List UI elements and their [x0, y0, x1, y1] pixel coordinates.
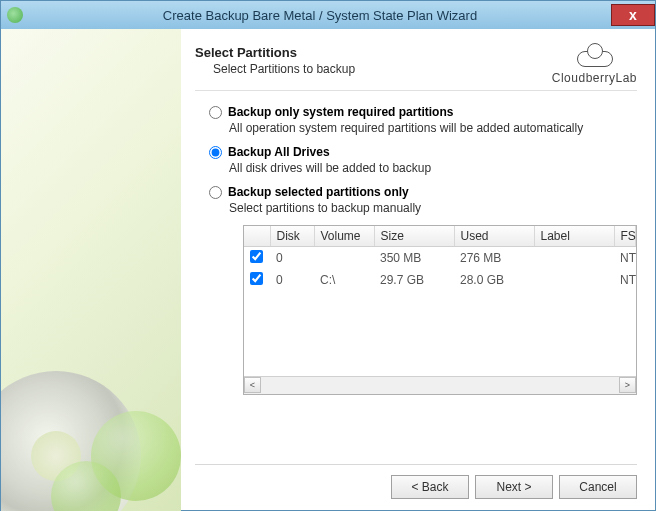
separator — [195, 90, 637, 91]
partitions-table-wrap: Disk Volume Size Used Label FS — [243, 225, 637, 395]
col-used[interactable]: Used — [454, 226, 534, 247]
option-selected-only: Backup selected partitions only Select p… — [209, 185, 637, 215]
footer-buttons: < Back Next > Cancel — [195, 464, 637, 499]
option-label: Backup All Drives — [228, 145, 330, 159]
brand: CloudberryLab — [552, 41, 637, 85]
page-header: Select Partitions Select Partitions to b… — [195, 41, 637, 76]
cell-label — [534, 247, 614, 270]
cancel-button[interactable]: Cancel — [559, 475, 637, 499]
brand-name: CloudberryLab — [552, 71, 637, 85]
cell-size: 29.7 GB — [374, 269, 454, 291]
close-button[interactable]: x — [611, 4, 655, 26]
titlebar: Create Backup Bare Metal / System State … — [1, 1, 655, 29]
option-row[interactable]: Backup All Drives — [209, 145, 637, 159]
col-fs[interactable]: FS — [614, 226, 636, 247]
table-row[interactable]: 0 C:\ 29.7 GB 28.0 GB NTFS — [244, 269, 636, 291]
row-checkbox[interactable] — [250, 272, 263, 285]
radio-all-drives[interactable] — [209, 146, 222, 159]
cell-disk: 0 — [270, 247, 314, 270]
wizard-window: Create Backup Bare Metal / System State … — [0, 0, 656, 511]
cloud-icon — [573, 41, 615, 69]
main-panel: Select Partitions Select Partitions to b… — [181, 29, 655, 511]
option-desc: All operation system required partitions… — [229, 121, 637, 135]
option-label: Backup selected partitions only — [228, 185, 409, 199]
option-row[interactable]: Backup selected partitions only — [209, 185, 637, 199]
table-row[interactable]: 0 350 MB 276 MB NTFS — [244, 247, 636, 270]
app-icon — [7, 7, 23, 23]
cell-fs: NTFS — [614, 247, 636, 270]
cell-used: 28.0 GB — [454, 269, 534, 291]
option-row[interactable]: Backup only system required partitions — [209, 105, 637, 119]
scroll-right-arrow[interactable]: > — [619, 377, 636, 393]
scroll-track[interactable] — [261, 377, 619, 394]
scroll-left-arrow[interactable]: < — [244, 377, 261, 393]
col-check[interactable] — [244, 226, 270, 247]
partitions-table: Disk Volume Size Used Label FS — [244, 226, 636, 291]
options-group: Backup only system required partitions A… — [209, 105, 637, 395]
back-button[interactable]: < Back — [391, 475, 469, 499]
cell-volume: C:\ — [314, 269, 374, 291]
window-title: Create Backup Bare Metal / System State … — [29, 8, 611, 23]
next-button[interactable]: Next > — [475, 475, 553, 499]
body: Select Partitions Select Partitions to b… — [1, 29, 655, 511]
col-size[interactable]: Size — [374, 226, 454, 247]
col-disk[interactable]: Disk — [270, 226, 314, 247]
row-checkbox[interactable] — [250, 250, 263, 263]
horizontal-scrollbar[interactable]: < > — [244, 376, 636, 394]
cell-volume — [314, 247, 374, 270]
cell-disk: 0 — [270, 269, 314, 291]
cell-label — [534, 269, 614, 291]
col-volume[interactable]: Volume — [314, 226, 374, 247]
cell-fs: NTFS — [614, 269, 636, 291]
option-desc: All disk drives will be added to backup — [229, 161, 637, 175]
cell-used: 276 MB — [454, 247, 534, 270]
sidebar-graphic — [1, 29, 181, 511]
radio-system-required[interactable] — [209, 106, 222, 119]
table-header-row: Disk Volume Size Used Label FS — [244, 226, 636, 247]
option-all-drives: Backup All Drives All disk drives will b… — [209, 145, 637, 175]
option-label: Backup only system required partitions — [228, 105, 453, 119]
option-system-required: Backup only system required partitions A… — [209, 105, 637, 135]
option-desc: Select partitions to backup manually — [229, 201, 637, 215]
cell-size: 350 MB — [374, 247, 454, 270]
col-label[interactable]: Label — [534, 226, 614, 247]
radio-selected-only[interactable] — [209, 186, 222, 199]
